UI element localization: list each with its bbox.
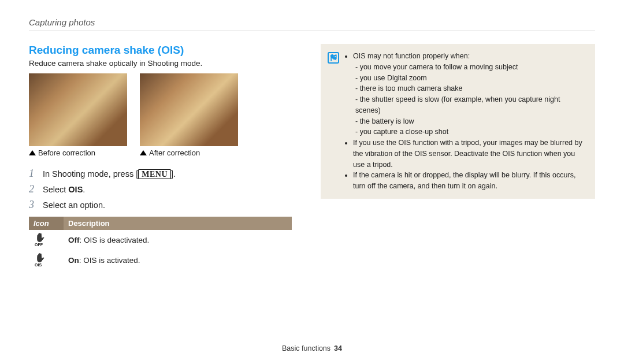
options-table: Icon Description Off: OIS is deactivated… <box>29 217 292 270</box>
left-column: Reducing camera shake (OIS) Reduce camer… <box>29 44 292 270</box>
step-1-text: In Shooting mode, press [MENU]. <box>43 169 176 179</box>
note-subline: the battery is low <box>355 116 587 127</box>
right-column: ✎ OIS may not function properly when: yo… <box>321 44 595 270</box>
note-subline: you move your camera to follow a moving … <box>355 62 587 73</box>
row-on-desc: On: OIS is activated. <box>64 250 292 270</box>
triangle-up-icon <box>29 150 36 155</box>
note-line: OIS may not function properly when: <box>353 52 470 60</box>
triangle-up-icon <box>140 150 147 155</box>
table-row: On: OIS is activated. <box>29 250 292 270</box>
step-number: 1 <box>29 168 37 180</box>
breadcrumb: Capturing photos <box>29 17 595 31</box>
note-line: If you use the OIS function with a tripo… <box>353 138 587 170</box>
note-line: If the camera is hit or dropped, the dis… <box>353 170 587 192</box>
th-description: Description <box>64 217 292 230</box>
section-subtext: Reduce camera shake optically in Shootin… <box>29 59 292 68</box>
table-row: Off: OIS is deactivated. <box>29 230 292 250</box>
note-subline: you capture a close-up shot <box>355 127 587 138</box>
step-number: 2 <box>29 183 37 195</box>
caption-after: After correction <box>149 148 200 157</box>
caption-before: Before correction <box>38 148 95 157</box>
note-subline: the shutter speed is slow (for example, … <box>355 94 587 116</box>
steps-list: 1 In Shooting mode, press [MENU]. 2 Sele… <box>29 168 292 211</box>
row-off-desc: Off: OIS is deactivated. <box>64 230 292 250</box>
note-box: ✎ OIS may not function properly when: yo… <box>321 44 595 199</box>
menu-button-icon: MENU <box>138 169 171 179</box>
photo-after <box>140 73 238 146</box>
ois-on-icon <box>34 254 46 265</box>
note-subline: there is too much camera shake <box>355 83 587 94</box>
step-number: 3 <box>29 199 37 211</box>
ois-off-icon <box>34 233 46 245</box>
th-icon: Icon <box>29 217 64 230</box>
page-footer: Basic functions34 <box>0 344 624 352</box>
note-subline: you use Digital zoom <box>355 73 587 84</box>
photo-comparison: Before correction After correction <box>29 73 292 157</box>
note-icon: ✎ <box>328 52 339 64</box>
photo-before <box>29 73 127 146</box>
step-2-text: Select OIS. <box>43 185 85 194</box>
section-heading: Reducing camera shake (OIS) <box>29 44 292 57</box>
step-3-text: Select an option. <box>43 200 105 210</box>
